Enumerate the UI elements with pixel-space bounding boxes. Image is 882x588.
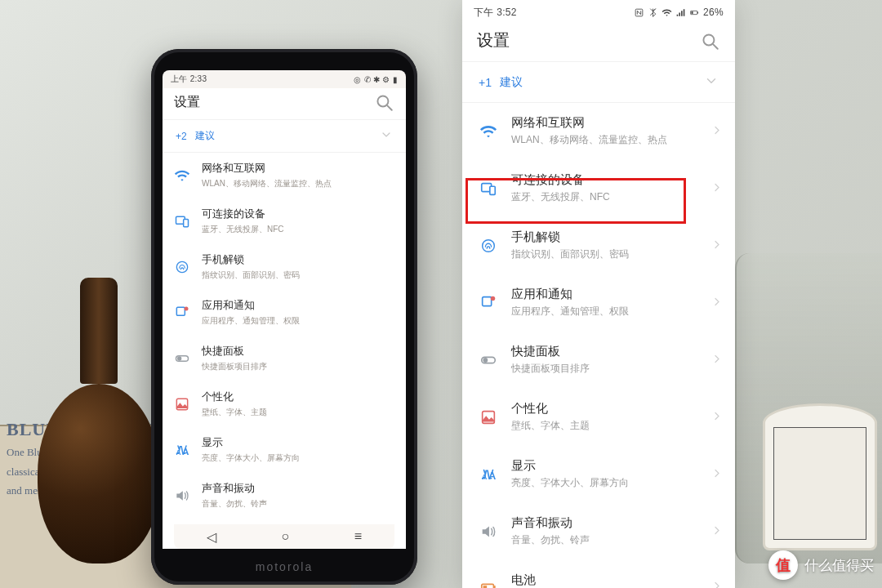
settings-row-apps[interactable]: 应用和通知应用程序、通知管理、权限 xyxy=(462,274,735,332)
row-title: 网络和互联网 xyxy=(202,161,396,176)
row-title: 显示 xyxy=(202,435,396,450)
phone-status-icons: ◎ ✆ ✱ ⚙ ▮ xyxy=(354,75,398,84)
row-subtitle: 蓝牙、无线投屏、NFC xyxy=(202,224,396,235)
watermark-logo-icon: 值 xyxy=(768,550,798,580)
enlarged-settings-list: 网络和互联网WLAN、移动网络、流量监控、热点可连接的设备蓝牙、无线投屏、NFC… xyxy=(462,103,735,588)
enlarged-header: 设置 xyxy=(462,24,735,61)
wifi-icon xyxy=(479,122,498,141)
phone-status-time: 上午 2:33 xyxy=(171,74,207,85)
chevron-down-icon xyxy=(380,128,393,144)
chevron-down-icon xyxy=(704,74,719,91)
chevron-right-icon xyxy=(710,580,724,589)
theme-icon xyxy=(174,396,190,412)
phone-settings-list: 网络和互联网WLAN、移动网络、流量监控、热点可连接的设备蓝牙、无线投屏、NFC… xyxy=(163,153,406,549)
row-title: 个性化 xyxy=(511,401,722,416)
settings-row-panel[interactable]: 快捷面板快捷面板项目排序 xyxy=(163,336,406,381)
chevron-right-icon xyxy=(710,180,724,196)
enlarged-status-time: 下午 3:52 xyxy=(474,6,517,20)
nav-home-button[interactable]: ○ xyxy=(281,529,289,544)
settings-row-apps[interactable]: 应用和通知应用程序、通知管理、权限 xyxy=(163,290,406,336)
phone-brand-label: motorola xyxy=(151,560,417,573)
search-icon[interactable] xyxy=(373,91,394,113)
row-subtitle: 快捷面板项目排序 xyxy=(202,361,396,372)
settings-row-devices[interactable]: 可连接的设备蓝牙、无线投屏、NFC xyxy=(163,198,406,244)
phone-suggestion-label: 建议 xyxy=(195,129,215,143)
row-title: 快捷面板 xyxy=(511,344,722,359)
settings-row-theme[interactable]: 个性化壁纸、字体、主题 xyxy=(462,389,735,446)
row-title: 声音和振动 xyxy=(202,481,396,496)
sound-icon xyxy=(479,522,498,541)
enlarged-battery-text: 26% xyxy=(703,7,724,18)
row-subtitle: 亮度、字体大小、屏幕方向 xyxy=(511,476,722,490)
bluetooth-icon xyxy=(648,7,658,18)
row-subtitle: 亮度、字体大小、屏幕方向 xyxy=(202,452,396,464)
phone-status-bar: 上午 2:33 ◎ ✆ ✱ ⚙ ▮ xyxy=(163,70,406,88)
settings-row-display[interactable]: 显示亮度、字体大小、屏幕方向 xyxy=(163,427,406,473)
enlarged-suggestion-label: 建议 xyxy=(500,75,523,90)
nav-back-button[interactable]: ◁ xyxy=(207,529,216,545)
settings-row-devices[interactable]: 可连接的设备蓝牙、无线投屏、NFC xyxy=(462,160,735,217)
row-subtitle: 蓝牙、无线投屏、NFC xyxy=(511,190,722,204)
nav-recent-button[interactable]: ≡ xyxy=(354,529,362,544)
row-subtitle: WLAN、移动网络、流量监控、热点 xyxy=(202,178,396,189)
phone-suggestion-row[interactable]: +2 建议 xyxy=(163,119,406,153)
phone-suggestion-badge: +2 xyxy=(176,131,187,142)
chevron-right-icon xyxy=(710,238,724,253)
row-subtitle: WLAN、移动网络、流量监控、热点 xyxy=(511,133,722,147)
wifi-icon xyxy=(662,7,672,18)
row-subtitle: 壁纸、字体、主题 xyxy=(202,407,396,418)
battery-icon xyxy=(479,577,498,588)
quick-panel-icon xyxy=(174,350,190,367)
photo-background: BLUE MOUNTAINS One Blue Mountain with cr… xyxy=(0,0,882,588)
enlarged-settings-panel: 下午 3:52 26% 设置 +1 建议 网络和互联网WLAN、移动网络、流量监… xyxy=(462,0,735,588)
settings-row-finger[interactable]: 手机解锁指纹识别、面部识别、密码 xyxy=(163,244,406,290)
chevron-right-icon xyxy=(710,523,724,539)
phone-page-title: 设置 xyxy=(174,94,200,111)
display-icon xyxy=(174,442,190,458)
phone-header: 设置 xyxy=(163,88,406,119)
fingerprint-icon xyxy=(479,236,498,256)
row-title: 声音和振动 xyxy=(511,515,722,531)
sound-icon xyxy=(174,488,190,504)
devices-icon xyxy=(174,213,190,229)
row-subtitle: 壁纸、字体、主题 xyxy=(511,419,722,433)
settings-row-battery[interactable]: 电池26% xyxy=(462,560,735,588)
settings-row-sound[interactable]: 声音和振动音量、勿扰、铃声 xyxy=(462,503,735,560)
apps-icon xyxy=(174,305,190,321)
chevron-right-icon xyxy=(710,409,724,425)
row-subtitle: 应用程序、通知管理、权限 xyxy=(202,315,396,327)
phone-device: 上午 2:33 ◎ ✆ ✱ ⚙ ▮ 设置 +2 建议 网络和互联网WLAN、移动… xyxy=(151,49,417,585)
settings-row-wifi[interactable]: 网络和互联网WLAN、移动网络、流量监控、热点 xyxy=(163,153,406,198)
row-title: 手机解锁 xyxy=(511,229,722,245)
row-subtitle: 应用程序、通知管理、权限 xyxy=(511,305,722,318)
enlarged-suggestion-badge: +1 xyxy=(479,76,492,89)
settings-row-wifi[interactable]: 网络和互联网WLAN、移动网络、流量监控、热点 xyxy=(462,103,735,160)
settings-row-sound[interactable]: 声音和振动音量、勿扰、铃声 xyxy=(163,473,406,519)
chevron-right-icon xyxy=(710,466,724,482)
row-subtitle: 音量、勿扰、铃声 xyxy=(202,498,396,510)
row-subtitle: 快捷面板项目排序 xyxy=(511,362,722,376)
watermark: 值 什么值得买 xyxy=(768,550,874,580)
bottle-prop xyxy=(38,278,160,564)
row-title: 网络和互联网 xyxy=(511,115,722,131)
row-title: 可连接的设备 xyxy=(511,172,722,188)
row-title: 快捷面板 xyxy=(202,344,396,359)
row-title: 应用和通知 xyxy=(511,287,722,302)
apps-icon xyxy=(479,293,498,313)
row-title: 应用和通知 xyxy=(202,298,396,313)
candle-prop xyxy=(763,403,877,550)
enlarged-status-bar: 下午 3:52 26% xyxy=(462,0,735,24)
row-subtitle: 音量、勿扰、铃声 xyxy=(511,533,722,547)
wifi-icon xyxy=(174,167,190,184)
chevron-right-icon xyxy=(710,123,724,139)
search-icon[interactable] xyxy=(699,30,720,51)
row-title: 个性化 xyxy=(202,390,396,404)
settings-row-panel[interactable]: 快捷面板快捷面板项目排序 xyxy=(462,332,735,389)
phone-navbar: ◁ ○ ≡ xyxy=(174,524,394,549)
settings-row-display[interactable]: 显示亮度、字体大小、屏幕方向 xyxy=(462,446,735,503)
display-icon xyxy=(479,465,498,484)
row-title: 电池 xyxy=(511,572,722,588)
settings-row-theme[interactable]: 个性化壁纸、字体、主题 xyxy=(163,381,406,427)
settings-row-finger[interactable]: 手机解锁指纹识别、面部识别、密码 xyxy=(462,217,735,274)
enlarged-suggestion-row[interactable]: +1 建议 xyxy=(462,61,735,103)
